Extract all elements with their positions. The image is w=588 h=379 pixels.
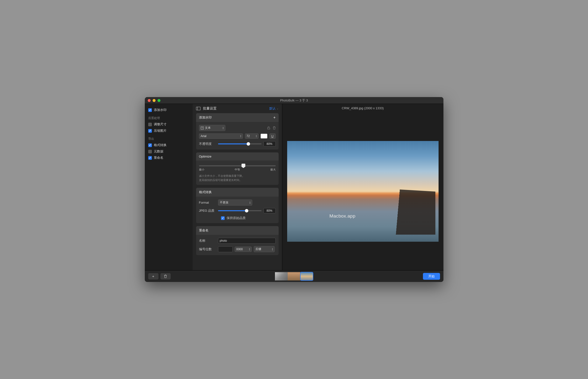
add-watermark-button[interactable]: + — [273, 115, 275, 120]
add-button[interactable]: + — [148, 273, 158, 280]
checkbox-watermark[interactable] — [148, 108, 152, 112]
digits-format-select[interactable]: 0000 ▴▾ — [235, 247, 252, 252]
panel-rename-header: 重命名 — [196, 226, 279, 235]
trash-icon — [164, 275, 167, 278]
updown-icon: ▴▾ — [256, 135, 257, 138]
checkbox-metadata[interactable] — [148, 150, 152, 153]
text-icon: T — [201, 126, 204, 129]
panel-watermark-header: 添加水印 + — [196, 113, 279, 122]
preview-column: CRW_4389.jpg (2000 x 1333) Macbox.app — [282, 104, 443, 270]
sidebar-metadata[interactable]: 元数据 — [148, 148, 189, 155]
optimize-desc1: 减小文件大小，不会使图像质量下降。 — [199, 174, 276, 178]
sidebar-watermark[interactable]: 添加水印 — [148, 107, 189, 113]
window-title: PhotoBulk — 3 于 3 — [280, 98, 308, 103]
pier-shape — [390, 189, 435, 235]
thumbnail-3[interactable] — [300, 272, 313, 281]
updown-icon: ▴▾ — [272, 248, 273, 251]
sidebar-compress[interactable]: 压缩图片 — [148, 127, 189, 134]
sidebar-label: 压缩图片 — [154, 128, 167, 133]
panel-optimize-header: Optimize — [196, 152, 279, 160]
watermark-type-select[interactable]: T文本 ▴▾ — [199, 125, 225, 131]
sidebar: 添加水印 后置处理 调整尺寸 压缩图片 导出 格式转换 元数据 重 — [145, 104, 193, 270]
delete-button[interactable] — [160, 273, 171, 280]
sidebar-header-post: 后置处理 — [148, 116, 189, 120]
color-picker[interactable] — [261, 134, 267, 139]
zoom-button[interactable] — [157, 99, 160, 102]
start-button[interactable]: 开始 — [423, 273, 440, 280]
name-input[interactable] — [218, 238, 276, 244]
svg-text:T: T — [202, 127, 203, 129]
sidebar-resize[interactable]: 调整尺寸 — [148, 121, 189, 127]
unlock-icon[interactable] — [267, 126, 270, 129]
checkbox-format[interactable] — [148, 143, 152, 147]
panel-icon — [196, 107, 201, 110]
sidebar-label: 元数据 — [154, 149, 163, 154]
optimize-desc2: 更高级别的压缩可能需要更长时间。 — [199, 178, 276, 182]
position-select[interactable]: 后缀 ▴▾ — [254, 246, 275, 252]
trash-icon[interactable] — [273, 126, 276, 129]
checkbox-keep-original[interactable] — [221, 216, 225, 220]
panel-title: Optimize — [199, 155, 211, 158]
sidebar-label: 添加水印 — [154, 108, 167, 112]
chevron-down-icon: ⌄ — [277, 107, 279, 110]
sidebar-header-export: 导出 — [148, 137, 189, 141]
opacity-slider[interactable] — [218, 143, 262, 144]
panel-title: 添加水印 — [199, 115, 212, 120]
updown-icon: ▴▾ — [240, 135, 241, 138]
sidebar-label: 格式转换 — [154, 143, 167, 147]
quality-value[interactable]: 80% — [264, 208, 276, 213]
opacity-label: 不透明度 — [199, 142, 216, 146]
preview-image-container: Macbox.app — [282, 112, 443, 270]
preview-filename: CRW_4389.jpg (2000 x 1333) — [282, 104, 443, 112]
preset-label: 默认 — [269, 106, 276, 111]
body: 添加水印 后置处理 调整尺寸 压缩图片 导出 格式转换 元数据 重 — [145, 104, 443, 270]
watermark-overlay[interactable]: Macbox.app — [329, 213, 355, 219]
panel-title: 重命名 — [199, 228, 209, 233]
font-select[interactable]: Arial ▴▾ — [199, 133, 243, 139]
opacity-value[interactable]: 80% — [264, 141, 276, 147]
traffic-lights — [148, 99, 160, 102]
panel-format-header: 格式转换 — [196, 188, 279, 197]
thumbnails — [275, 272, 313, 281]
keep-original-label: 保持原始品质 — [227, 216, 246, 220]
minimize-button[interactable] — [153, 99, 155, 102]
panel-optimize: Optimize 最小 中等 最大 减小文件大小，不会使图像质量下降。 更高级别… — [196, 152, 279, 185]
digits-label: 编号位数 — [199, 247, 216, 252]
footer: + 开始 — [145, 270, 443, 282]
name-label: 名称 — [199, 238, 216, 243]
start-number-input[interactable] — [218, 246, 233, 252]
settings-title: 批量设置 — [203, 106, 217, 111]
sidebar-rename[interactable]: 重命名 — [148, 155, 189, 161]
sidebar-label: 调整尺寸 — [154, 122, 167, 126]
panel-rename: 重命名 名称 编号位数 0000 ▴▾ — [196, 226, 279, 255]
updown-icon: ▴▾ — [223, 126, 224, 129]
watermark-actions — [267, 126, 276, 129]
panel-watermark: 添加水印 + T文本 ▴▾ — [196, 113, 279, 149]
updown-icon: ▴▾ — [250, 201, 251, 204]
quality-slider[interactable] — [218, 210, 262, 211]
underline-button[interactable]: U — [269, 133, 276, 139]
checkbox-compress[interactable] — [148, 129, 152, 133]
font-size-select[interactable]: 72 ▴▾ — [245, 133, 259, 139]
panel-format: 格式转换 Format 不更改 ▴▾ JPEG 品质 — [196, 188, 279, 223]
panels: 添加水印 + T文本 ▴▾ — [193, 113, 282, 270]
thumbnail-2[interactable] — [288, 272, 300, 281]
sidebar-format[interactable]: 格式转换 — [148, 142, 189, 148]
svg-rect-4 — [268, 128, 270, 129]
optimize-slider[interactable] — [199, 165, 276, 166]
close-button[interactable] — [148, 99, 151, 102]
preset-dropdown[interactable]: 默认 ⌄ — [269, 106, 279, 111]
panel-title: 格式转换 — [199, 190, 212, 194]
quality-label: JPEG 品质 — [199, 208, 216, 213]
settings-header: 批量设置 默认 ⌄ — [193, 104, 282, 113]
settings-column: 批量设置 默认 ⌄ 添加水印 + T文 — [193, 104, 282, 270]
preview-image[interactable]: Macbox.app — [287, 141, 438, 242]
sidebar-label: 重命名 — [154, 156, 163, 160]
thumbnail-1[interactable] — [275, 272, 288, 281]
optimize-labels: 最小 中等 最大 — [199, 168, 276, 172]
checkbox-resize[interactable] — [148, 123, 152, 126]
format-select[interactable]: 不更改 ▴▾ — [218, 200, 252, 205]
updown-icon: ▴▾ — [249, 248, 250, 251]
titlebar: PhotoBulk — 3 于 3 — [145, 97, 443, 104]
checkbox-rename[interactable] — [148, 156, 152, 160]
